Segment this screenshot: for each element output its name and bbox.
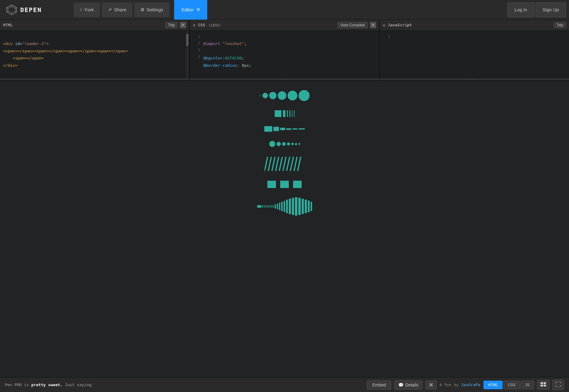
bottom-bar: Pen PRO is pretty sweet. Just saying. Em… — [0, 377, 569, 392]
css-panel: ⚙ CSS (LESS) View Compiled ✕ 1234 @impor… — [190, 20, 380, 80]
js-resize-handle[interactable]: ··· — [380, 78, 569, 80]
svg-line-8 — [265, 157, 268, 171]
editors-row: HTML Tidy ✕ <div id="loader-1"> <span></… — [0, 20, 569, 81]
cmd-button[interactable]: ⌘ — [426, 380, 437, 390]
top-navigation: DEPEN ⑂ Fork ↗ Share ⚙ Settings Editor ≡… — [0, 0, 569, 20]
expand-icon — [556, 382, 561, 387]
svg-line-9 — [268, 157, 271, 171]
svg-line-17 — [298, 157, 301, 171]
css-close-button[interactable]: ✕ — [370, 22, 376, 28]
svg-rect-20 — [540, 385, 543, 386]
comment-icon: 💬 — [398, 383, 403, 387]
js-view-button[interactable]: JS — [521, 381, 534, 389]
view-buttons: HTML CSS JS — [483, 381, 534, 389]
html-scrollbar[interactable] — [186, 31, 189, 80]
js-gear-icon[interactable]: ⚙ — [383, 23, 385, 28]
css-title: CSS (LESS) — [198, 23, 335, 27]
html-header: HTML Tidy ✕ — [0, 20, 189, 31]
loader-small-circles — [269, 141, 300, 147]
details-button[interactable]: 💬 Details — [394, 380, 422, 390]
loader-diagonal-lines — [265, 156, 304, 172]
html-view-button[interactable]: HTML — [483, 381, 503, 389]
fork-button[interactable]: ⑂ Fork — [74, 2, 100, 17]
loader-three-squares — [267, 181, 302, 188]
svg-rect-21 — [544, 385, 546, 386]
js-title: JavaScript — [388, 23, 551, 27]
svg-line-10 — [272, 157, 275, 171]
js-tidy-button[interactable]: Tidy — [554, 22, 566, 28]
html-title: HTML — [3, 23, 163, 27]
html-close-button[interactable]: ✕ — [180, 22, 186, 28]
css-content[interactable]: 1234 @import "lesshat"; @bgcolor:#2FAC9B… — [190, 31, 379, 80]
pen-info: A Pen by JesGraPa — [440, 383, 480, 387]
settings-button[interactable]: ⚙ Settings — [134, 2, 169, 17]
js-header: ⚙ JavaScript Tidy — [380, 20, 569, 31]
svg-line-14 — [287, 157, 290, 171]
css-gear-icon[interactable]: ⚙ — [193, 23, 195, 28]
diagonal-lines-svg — [265, 156, 304, 172]
html-content[interactable]: <div id="loader-1"> <span></span><span><… — [0, 31, 189, 80]
js-panel: ⚙ JavaScript Tidy 1 ··· — [380, 20, 569, 80]
html-panel: HTML Tidy ✕ <div id="loader-1"> <span></… — [0, 20, 190, 80]
view-compiled-button[interactable]: View Compiled — [338, 22, 368, 28]
html-resize-handle[interactable]: ··· — [0, 78, 189, 80]
share-button[interactable]: ↗ Share — [102, 2, 132, 17]
svg-rect-19 — [544, 382, 546, 384]
svg-line-12 — [279, 157, 282, 171]
grid-layout-button[interactable] — [537, 380, 549, 390]
author-link[interactable]: JesGraPa — [461, 383, 480, 387]
loader-bars-rect — [275, 110, 295, 117]
js-line-numbers: 1 — [383, 33, 390, 40]
fullscreen-button[interactable] — [552, 380, 564, 390]
css-header: ⚙ CSS (LESS) View Compiled ✕ — [190, 20, 379, 31]
login-button[interactable]: Log In — [507, 2, 534, 17]
editor-tab[interactable]: Editor ≡ — [174, 0, 207, 20]
preview-area — [0, 81, 569, 377]
svg-line-11 — [276, 157, 279, 171]
promo-text: Pen PRO is pretty sweet. Just saying. — [5, 383, 364, 387]
loader-growing-vbars — [257, 197, 312, 216]
css-resize-handle[interactable]: ··· — [190, 78, 379, 80]
fork-icon: ⑂ — [80, 7, 82, 12]
svg-line-15 — [290, 157, 293, 171]
menu-icon: ≡ — [197, 6, 200, 13]
svg-line-16 — [294, 157, 297, 171]
embed-button[interactable]: Embed — [367, 380, 391, 390]
svg-line-13 — [283, 157, 286, 171]
logo-area: DEPEN — [0, 4, 74, 15]
loader-circles — [259, 90, 310, 101]
logo-text: DEPEN — [20, 6, 42, 13]
signup-button[interactable]: Sign Up — [536, 2, 566, 17]
html-tidy-button[interactable]: Tidy — [165, 22, 178, 28]
share-icon: ↗ — [108, 7, 112, 13]
svg-marker-1 — [8, 6, 15, 13]
css-view-button[interactable]: CSS — [503, 381, 520, 389]
logo-icon — [6, 4, 17, 15]
js-content[interactable]: 1 — [380, 31, 569, 80]
settings-icon: ⚙ — [140, 7, 144, 13]
loader-rects-dashes — [264, 126, 305, 132]
grid-icon — [540, 382, 546, 386]
svg-rect-18 — [540, 382, 543, 384]
nav-right: Log In Sign Up — [507, 2, 569, 17]
css-line-numbers: 1234 — [193, 33, 200, 69]
